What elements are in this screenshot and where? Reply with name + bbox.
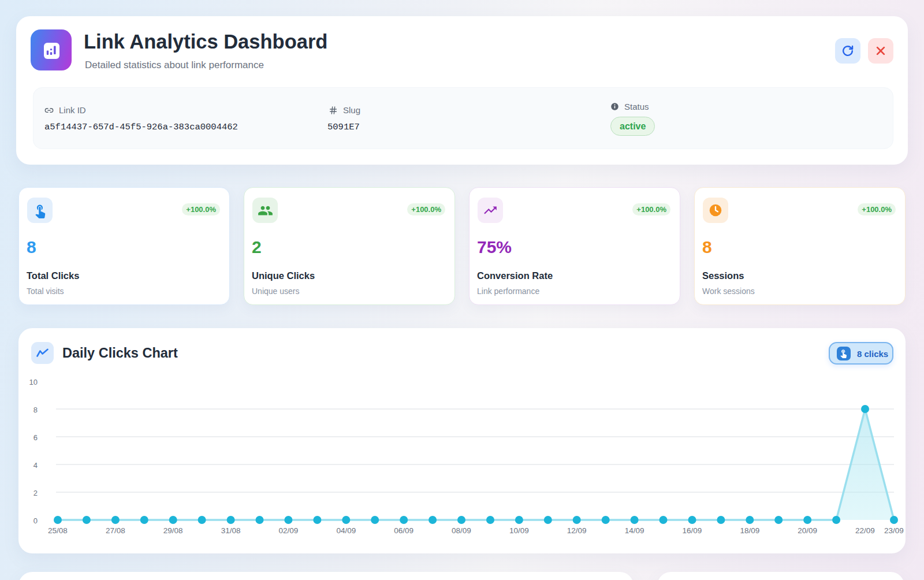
svg-text:0: 0 [33, 516, 38, 525]
svg-text:6: 6 [33, 433, 38, 442]
svg-text:10: 10 [29, 378, 38, 386]
svg-text:25/08: 25/08 [48, 526, 68, 535]
svg-text:8: 8 [33, 406, 38, 414]
svg-text:16/09: 16/09 [683, 526, 702, 535]
svg-text:27/08: 27/08 [106, 526, 125, 535]
svg-text:2: 2 [33, 489, 38, 497]
svg-text:02/09: 02/09 [279, 526, 299, 535]
svg-text:18/09: 18/09 [740, 526, 759, 535]
svg-text:29/08: 29/08 [163, 526, 183, 535]
svg-text:12/09: 12/09 [567, 526, 587, 535]
svg-text:4: 4 [33, 461, 38, 470]
svg-text:10/09: 10/09 [509, 526, 529, 535]
svg-text:31/08: 31/08 [221, 526, 241, 535]
svg-text:14/09: 14/09 [625, 526, 644, 535]
svg-text:22/09: 22/09 [855, 526, 875, 535]
svg-text:23/09: 23/09 [884, 526, 904, 535]
svg-text:08/09: 08/09 [452, 526, 471, 535]
svg-text:06/09: 06/09 [394, 526, 413, 535]
svg-text:04/09: 04/09 [336, 526, 356, 535]
svg-text:20/09: 20/09 [798, 526, 817, 535]
